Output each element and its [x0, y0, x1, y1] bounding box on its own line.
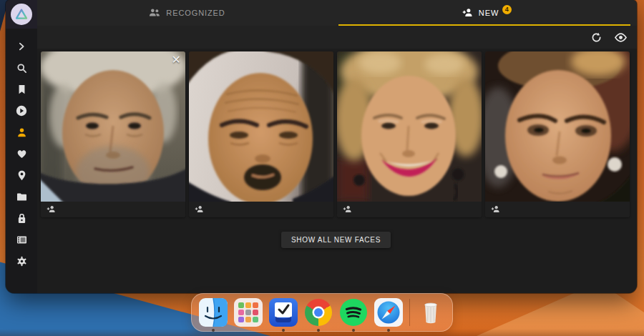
sidebar-item-albums[interactable] — [6, 79, 37, 100]
sidebar-item-settings[interactable] — [6, 250, 37, 272]
dock-things-icon[interactable] — [269, 298, 298, 327]
person-add-icon — [462, 8, 473, 19]
refresh-icon[interactable] — [591, 32, 602, 43]
toolbar — [37, 26, 637, 49]
close-icon[interactable]: ✕ — [172, 54, 181, 66]
face-card[interactable] — [337, 51, 482, 217]
face-card-footer — [337, 202, 482, 217]
sidebar-item-videos[interactable] — [6, 100, 37, 122]
film-strip-icon — [16, 235, 27, 244]
people-icon — [149, 8, 160, 19]
tab-bar: RECOGNIZED NEW 4 — [37, 0, 637, 26]
search-icon — [16, 63, 27, 74]
dock — [191, 293, 453, 332]
sidebar-item-folders[interactable] — [6, 186, 37, 207]
person-add-icon[interactable] — [47, 203, 56, 216]
lock-icon — [17, 213, 26, 224]
face-cards: ✕ — [41, 51, 631, 217]
app-logo[interactable] — [6, 0, 37, 29]
dock-chrome-icon[interactable] — [304, 298, 333, 327]
sidebar-item-places[interactable] — [6, 164, 37, 186]
face-card-footer — [189, 202, 333, 217]
folder-icon — [16, 192, 27, 202]
dock-separator — [409, 299, 410, 326]
tab-label: NEW — [479, 9, 499, 17]
person-add-icon[interactable] — [343, 203, 352, 216]
sidebar-item-library[interactable] — [6, 229, 37, 250]
face-thumbnail[interactable] — [337, 51, 482, 202]
tab-new[interactable]: NEW 4 — [337, 0, 637, 26]
heart-icon — [16, 149, 27, 159]
dock-launchpad-icon[interactable] — [234, 298, 263, 327]
tab-active-underline — [338, 24, 630, 26]
face-thumbnail[interactable] — [485, 51, 630, 202]
face-card-footer — [41, 202, 185, 217]
sidebar-item-favorites[interactable] — [6, 143, 37, 164]
sidebar-item-people[interactable] — [6, 122, 37, 143]
sidebar-item-expand[interactable] — [6, 36, 37, 57]
main-panel: RECOGNIZED NEW 4 — [37, 0, 637, 293]
person-add-icon[interactable] — [195, 203, 204, 216]
chrome-logo — [305, 299, 332, 326]
face-card[interactable] — [485, 51, 630, 217]
desktop: RECOGNIZED NEW 4 — [0, 0, 644, 336]
dock-spotify-icon[interactable] — [339, 298, 368, 327]
face-card-footer — [485, 202, 630, 217]
person-add-icon[interactable] — [491, 203, 500, 216]
prism-logo-icon — [11, 4, 32, 25]
sidebar-item-private[interactable] — [6, 207, 37, 229]
sidebar-nav — [6, 36, 37, 272]
dock-safari-icon[interactable] — [374, 298, 403, 327]
sidebar-item-search[interactable] — [6, 57, 37, 79]
tab-label: RECOGNIZED — [166, 9, 225, 17]
face-thumbnail[interactable] — [189, 51, 333, 202]
play-circle-icon — [16, 105, 27, 117]
face-card[interactable]: ✕ — [41, 51, 185, 217]
dock-trash-icon[interactable] — [416, 298, 445, 327]
show-all-new-faces-button[interactable]: SHOW ALL NEW FACES — [281, 232, 391, 248]
chevron-right-icon — [16, 41, 26, 51]
show-all-wrap: SHOW ALL NEW FACES — [41, 232, 631, 248]
person-icon — [16, 127, 27, 138]
new-count-badge: 4 — [502, 5, 512, 14]
tab-recognized[interactable]: RECOGNIZED — [37, 0, 337, 26]
eye-icon[interactable] — [615, 33, 627, 42]
bookmark-icon — [17, 84, 26, 94]
gear-icon — [16, 256, 27, 267]
face-thumbnail[interactable]: ✕ — [41, 51, 185, 202]
photoprism-window: RECOGNIZED NEW 4 — [6, 0, 637, 293]
faces-content: ✕ — [37, 49, 637, 293]
dock-finder-icon[interactable] — [199, 298, 228, 327]
location-pin-icon — [17, 170, 26, 181]
face-card[interactable] — [189, 51, 333, 217]
sidebar — [6, 0, 37, 293]
